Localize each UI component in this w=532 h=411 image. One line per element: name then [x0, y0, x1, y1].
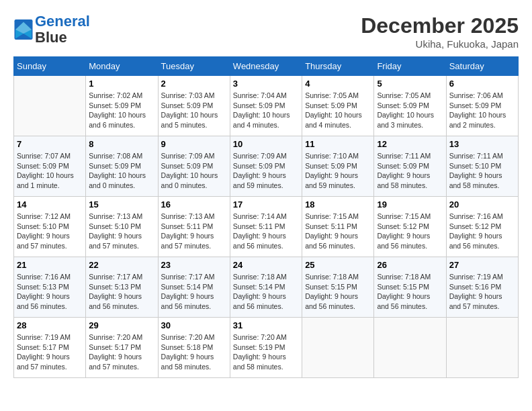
- day-number: 23: [161, 260, 227, 270]
- day-info: Sunrise: 7:11 AM Sunset: 5:10 PM Dayligh…: [449, 151, 515, 191]
- day-info: Sunrise: 7:02 AM Sunset: 5:09 PM Dayligh…: [89, 91, 154, 130]
- day-info: Sunrise: 7:03 AM Sunset: 5:09 PM Dayligh…: [161, 91, 227, 130]
- day-number: 30: [161, 320, 227, 330]
- day-info: Sunrise: 7:07 AM Sunset: 5:09 PM Dayligh…: [17, 151, 83, 191]
- day-number: 4: [305, 79, 371, 89]
- day-info: Sunrise: 7:06 AM Sunset: 5:09 PM Dayligh…: [449, 91, 515, 130]
- calendar-cell: 26Sunrise: 7:18 AM Sunset: 5:15 PM Dayli…: [374, 257, 446, 318]
- weekday-header-wednesday: Wednesday: [230, 57, 302, 76]
- location: Ukiha, Fukuoka, Japan: [361, 38, 519, 50]
- weekday-header-sunday: Sunday: [14, 57, 86, 76]
- calendar-cell: 22Sunrise: 7:17 AM Sunset: 5:13 PM Dayli…: [86, 257, 158, 318]
- calendar-cell: 18Sunrise: 7:15 AM Sunset: 5:11 PM Dayli…: [302, 197, 374, 257]
- day-number: 3: [233, 79, 299, 89]
- calendar-cell: 28Sunrise: 7:19 AM Sunset: 5:17 PM Dayli…: [14, 318, 86, 378]
- calendar-cell: 21Sunrise: 7:16 AM Sunset: 5:13 PM Dayli…: [14, 257, 86, 318]
- weekday-header-saturday: Saturday: [446, 57, 518, 76]
- logo: General Blue: [13, 13, 90, 46]
- calendar-cell: 2Sunrise: 7:03 AM Sunset: 5:09 PM Daylig…: [158, 76, 230, 136]
- calendar-week-row: 14Sunrise: 7:12 AM Sunset: 5:10 PM Dayli…: [14, 197, 519, 257]
- day-info: Sunrise: 7:14 AM Sunset: 5:11 PM Dayligh…: [233, 212, 299, 251]
- day-info: Sunrise: 7:10 AM Sunset: 5:09 PM Dayligh…: [305, 151, 371, 191]
- day-number: 2: [161, 79, 227, 89]
- calendar-cell: 17Sunrise: 7:14 AM Sunset: 5:11 PM Dayli…: [230, 197, 302, 257]
- day-info: Sunrise: 7:18 AM Sunset: 5:14 PM Dayligh…: [233, 272, 299, 312]
- title-block: December 2025 Ukiha, Fukuoka, Japan: [361, 13, 519, 50]
- calendar-cell: 14Sunrise: 7:12 AM Sunset: 5:10 PM Dayli…: [14, 197, 86, 257]
- day-info: Sunrise: 7:08 AM Sunset: 5:09 PM Dayligh…: [89, 151, 154, 191]
- logo-text: General Blue: [35, 13, 90, 46]
- calendar-cell: 15Sunrise: 7:13 AM Sunset: 5:10 PM Dayli…: [86, 197, 158, 257]
- day-number: 16: [161, 199, 227, 210]
- calendar-cell: [374, 318, 446, 378]
- day-number: 11: [305, 139, 371, 149]
- day-info: Sunrise: 7:11 AM Sunset: 5:09 PM Dayligh…: [377, 151, 443, 191]
- day-number: 20: [449, 199, 515, 210]
- day-number: 7: [17, 139, 83, 149]
- calendar-cell: 20Sunrise: 7:16 AM Sunset: 5:12 PM Dayli…: [446, 197, 518, 257]
- calendar-cell: [446, 318, 518, 378]
- calendar-cell: 3Sunrise: 7:04 AM Sunset: 5:09 PM Daylig…: [230, 76, 302, 136]
- day-number: 10: [233, 139, 299, 149]
- day-number: 21: [17, 260, 83, 270]
- day-info: Sunrise: 7:19 AM Sunset: 5:17 PM Dayligh…: [17, 332, 83, 372]
- day-number: 29: [89, 320, 154, 330]
- calendar-cell: 5Sunrise: 7:05 AM Sunset: 5:09 PM Daylig…: [374, 76, 446, 136]
- day-number: 19: [377, 199, 443, 210]
- logo-icon: [13, 19, 34, 40]
- day-info: Sunrise: 7:09 AM Sunset: 5:09 PM Dayligh…: [233, 151, 299, 191]
- day-number: 12: [377, 139, 443, 149]
- day-number: 22: [89, 260, 154, 270]
- day-info: Sunrise: 7:18 AM Sunset: 5:15 PM Dayligh…: [377, 272, 443, 312]
- day-info: Sunrise: 7:04 AM Sunset: 5:09 PM Dayligh…: [233, 91, 299, 130]
- day-info: Sunrise: 7:16 AM Sunset: 5:12 PM Dayligh…: [449, 212, 515, 251]
- day-number: 8: [89, 139, 154, 149]
- calendar-cell: 4Sunrise: 7:05 AM Sunset: 5:09 PM Daylig…: [302, 76, 374, 136]
- calendar-cell: 13Sunrise: 7:11 AM Sunset: 5:10 PM Dayli…: [446, 136, 518, 197]
- calendar-week-row: 1Sunrise: 7:02 AM Sunset: 5:09 PM Daylig…: [14, 76, 519, 136]
- day-number: 28: [17, 320, 83, 330]
- day-number: 24: [233, 260, 299, 270]
- day-number: 15: [89, 199, 154, 210]
- day-info: Sunrise: 7:13 AM Sunset: 5:11 PM Dayligh…: [161, 212, 227, 251]
- day-info: Sunrise: 7:20 AM Sunset: 5:17 PM Dayligh…: [89, 332, 154, 372]
- calendar-week-row: 28Sunrise: 7:19 AM Sunset: 5:17 PM Dayli…: [14, 318, 519, 378]
- calendar-cell: 7Sunrise: 7:07 AM Sunset: 5:09 PM Daylig…: [14, 136, 86, 197]
- calendar-cell: 6Sunrise: 7:06 AM Sunset: 5:09 PM Daylig…: [446, 76, 518, 136]
- calendar-cell: [302, 318, 374, 378]
- calendar-header: SundayMondayTuesdayWednesdayThursdayFrid…: [14, 57, 519, 76]
- day-number: 25: [305, 260, 371, 270]
- day-number: 14: [17, 199, 83, 210]
- calendar-body: 1Sunrise: 7:02 AM Sunset: 5:09 PM Daylig…: [14, 76, 519, 378]
- weekday-header-monday: Monday: [86, 57, 158, 76]
- weekday-header-row: SundayMondayTuesdayWednesdayThursdayFrid…: [14, 57, 519, 76]
- day-number: 18: [305, 199, 371, 210]
- weekday-header-tuesday: Tuesday: [158, 57, 230, 76]
- calendar-cell: 11Sunrise: 7:10 AM Sunset: 5:09 PM Dayli…: [302, 136, 374, 197]
- day-info: Sunrise: 7:13 AM Sunset: 5:10 PM Dayligh…: [89, 212, 154, 251]
- day-info: Sunrise: 7:20 AM Sunset: 5:19 PM Dayligh…: [233, 332, 299, 372]
- day-number: 9: [161, 139, 227, 149]
- calendar-cell: 12Sunrise: 7:11 AM Sunset: 5:09 PM Dayli…: [374, 136, 446, 197]
- calendar-cell: 10Sunrise: 7:09 AM Sunset: 5:09 PM Dayli…: [230, 136, 302, 197]
- day-info: Sunrise: 7:17 AM Sunset: 5:13 PM Dayligh…: [89, 272, 154, 312]
- day-number: 26: [377, 260, 443, 270]
- day-number: 31: [233, 320, 299, 330]
- weekday-header-friday: Friday: [374, 57, 446, 76]
- day-info: Sunrise: 7:05 AM Sunset: 5:09 PM Dayligh…: [377, 91, 443, 130]
- calendar-cell: 25Sunrise: 7:18 AM Sunset: 5:15 PM Dayli…: [302, 257, 374, 318]
- day-number: 27: [449, 260, 515, 270]
- day-info: Sunrise: 7:16 AM Sunset: 5:13 PM Dayligh…: [17, 272, 83, 312]
- day-info: Sunrise: 7:05 AM Sunset: 5:09 PM Dayligh…: [305, 91, 371, 130]
- calendar-cell: 29Sunrise: 7:20 AM Sunset: 5:17 PM Dayli…: [86, 318, 158, 378]
- day-number: 13: [449, 139, 515, 149]
- calendar-cell: 31Sunrise: 7:20 AM Sunset: 5:19 PM Dayli…: [230, 318, 302, 378]
- day-number: 6: [449, 79, 515, 89]
- day-info: Sunrise: 7:15 AM Sunset: 5:11 PM Dayligh…: [305, 212, 371, 251]
- day-info: Sunrise: 7:15 AM Sunset: 5:12 PM Dayligh…: [377, 212, 443, 251]
- day-info: Sunrise: 7:09 AM Sunset: 5:09 PM Dayligh…: [161, 151, 227, 191]
- calendar-cell: 9Sunrise: 7:09 AM Sunset: 5:09 PM Daylig…: [158, 136, 230, 197]
- calendar-week-row: 21Sunrise: 7:16 AM Sunset: 5:13 PM Dayli…: [14, 257, 519, 318]
- day-number: 5: [377, 79, 443, 89]
- month-title: December 2025: [361, 13, 519, 38]
